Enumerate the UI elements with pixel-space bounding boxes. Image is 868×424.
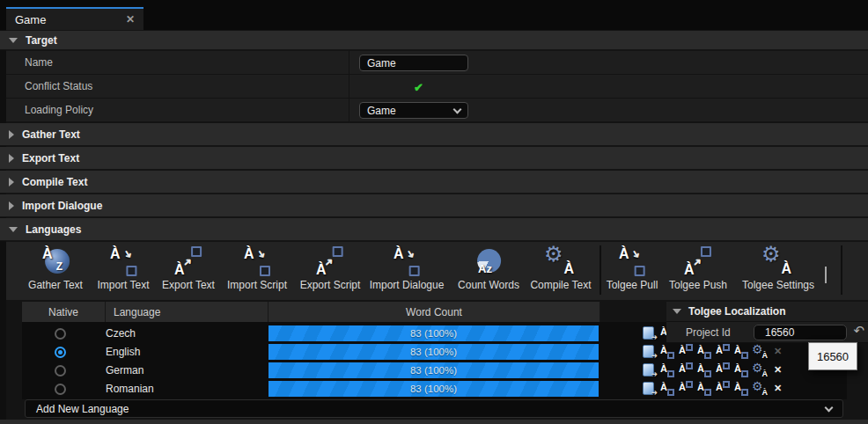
word-count-progress-bar: 83 (100%) [268, 381, 599, 397]
import-text-icon[interactable] [659, 344, 676, 360]
section-header-export-text[interactable]: Export Text [0, 147, 868, 170]
section-label: Import Dialogue [22, 200, 102, 212]
word-count-progress-bar: 83 (100%) [268, 362, 599, 378]
project-id-label: Project Id [686, 326, 731, 339]
section-header-compile-text[interactable]: Compile Text [0, 171, 868, 194]
tab-bar: Game [0, 0, 868, 30]
reset-to-default-icon[interactable] [853, 323, 864, 339]
table-row-english: English 83 (100%) [22, 343, 847, 361]
tolgee-push-button[interactable]: Tolgee Push [669, 246, 727, 291]
language-name: English [106, 346, 140, 358]
export-file-icon[interactable] [641, 362, 658, 378]
import-dialogue-icon[interactable] [733, 344, 750, 360]
tolgee-settings-icon[interactable] [752, 344, 769, 360]
property-row-loading-policy: Loading Policy Game [6, 99, 868, 122]
section-header-import-dialogue[interactable]: Import Dialogue [0, 194, 868, 217]
chevron-right-icon [9, 178, 14, 186]
export-file-icon[interactable] [641, 344, 658, 360]
import-text-icon[interactable] [659, 362, 676, 378]
import-dialogue-button[interactable]: Import Dialogue [370, 246, 445, 291]
add-new-language-dropdown[interactable]: Add New Language [25, 399, 843, 418]
native-radio-selected[interactable] [55, 347, 66, 358]
language-name: Czech [106, 327, 136, 340]
header-word-count: Word Count [268, 302, 600, 322]
export-file-icon[interactable] [641, 325, 658, 341]
remove-language-icon[interactable] [770, 381, 787, 397]
import-script-icon[interactable] [696, 362, 713, 378]
table-row-german: German 83 (100%) [22, 362, 847, 379]
section-header-target[interactable]: Target [0, 31, 868, 50]
table-row-romanian: Romanian 83 (100%) [22, 380, 847, 398]
import-text-icon[interactable] [659, 381, 676, 397]
property-label: Conflict Status [25, 80, 92, 92]
tooltip-text: 16560 [817, 350, 849, 363]
import-dialogue-icon[interactable] [733, 362, 750, 378]
import-text-icon [103, 246, 143, 278]
tolgee-settings-icon[interactable] [752, 362, 769, 378]
loading-policy-dropdown[interactable]: Game [359, 102, 468, 119]
property-label: Loading Policy [25, 104, 93, 116]
check-icon [414, 79, 423, 95]
add-language-label: Add New Language [36, 403, 129, 415]
section-header-gather-text[interactable]: Gather Text [0, 123, 868, 146]
section-label: Export Text [22, 152, 79, 164]
section-header-languages[interactable]: Languages [0, 218, 868, 241]
export-script-icon[interactable] [715, 344, 732, 360]
native-radio[interactable] [55, 384, 66, 395]
chevron-right-icon [9, 130, 14, 139]
gather-text-button[interactable]: Gather Text [28, 246, 83, 291]
section-label: Gather Text [22, 128, 80, 141]
languages-toolbar: Gather Text Import Text Export Text Impo… [6, 242, 868, 300]
tolgee-settings-button[interactable]: Tolgee Settings [742, 246, 814, 291]
import-script-icon [237, 246, 277, 278]
row-actions [641, 362, 787, 378]
remove-language-icon[interactable] [770, 362, 787, 378]
import-text-button[interactable]: Import Text [97, 246, 149, 291]
compile-text-button[interactable]: Compile Text [530, 246, 591, 291]
export-file-icon[interactable] [641, 381, 658, 397]
count-words-button[interactable]: Count Words [458, 246, 519, 291]
gather-text-icon [35, 246, 76, 278]
export-script-icon[interactable] [715, 362, 732, 378]
import-script-button[interactable]: Import Script [227, 246, 287, 291]
export-script-icon [310, 246, 350, 278]
chevron-right-icon [9, 154, 14, 163]
word-count-label: 83 (100%) [410, 328, 457, 339]
export-text-icon [168, 246, 209, 278]
chevron-down-icon [9, 227, 18, 232]
export-text-icon[interactable] [678, 344, 695, 360]
property-label: Name [25, 56, 53, 69]
project-id-input[interactable] [754, 325, 847, 340]
export-text-button[interactable]: Export Text [162, 246, 215, 291]
native-radio[interactable] [55, 328, 66, 340]
remove-language-icon-disabled [770, 344, 787, 360]
import-dialogue-icon[interactable] [733, 381, 750, 397]
export-script-icon[interactable] [715, 381, 732, 397]
count-words-icon [468, 246, 509, 278]
word-count-progress-bar: 83 (100%) [268, 325, 599, 341]
tolgee-pull-button[interactable]: Tolgee Pull [607, 246, 658, 291]
word-count-progress-bar: 83 (100%) [268, 344, 599, 360]
compile-text-icon [541, 246, 581, 278]
export-text-icon[interactable] [678, 381, 695, 397]
import-script-icon[interactable] [696, 381, 713, 397]
export-script-button[interactable]: Export Script [300, 246, 361, 291]
property-row-name: Name [6, 51, 868, 75]
tab-game[interactable]: Game [6, 7, 143, 30]
word-count-label: 83 (100%) [410, 384, 457, 394]
import-script-icon[interactable] [696, 344, 713, 360]
header-native: Native [22, 302, 106, 322]
tolgee-panel-header[interactable]: Tolgee Localization [666, 302, 868, 322]
section-label: Languages [26, 223, 81, 236]
native-radio[interactable] [55, 365, 66, 376]
dropdown-value: Game [367, 105, 396, 117]
toolbar-overflow-chevron[interactable] [825, 267, 827, 282]
export-text-icon[interactable] [678, 362, 695, 378]
chevron-down-icon [453, 105, 462, 113]
section-label: Compile Text [22, 176, 87, 188]
section-label: Target [26, 34, 57, 47]
name-input[interactable] [359, 55, 468, 71]
close-icon[interactable] [126, 14, 135, 25]
tolgee-settings-icon[interactable] [752, 381, 769, 397]
tab-title: Game [15, 13, 46, 26]
